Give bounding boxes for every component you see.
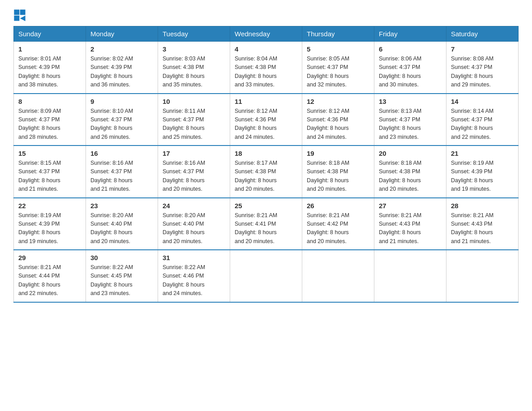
day-number: 8 [18,98,81,105]
calendar-day-cell: 29Sunrise: 8:21 AMSunset: 4:44 PMDayligh… [14,250,86,302]
day-info: Sunrise: 8:05 AMSunset: 4:37 PMDaylight:… [307,55,369,90]
day-number: 23 [90,202,153,210]
day-number: 6 [379,45,442,53]
weekday-header-monday: Monday [86,26,158,42]
day-info: Sunrise: 8:20 AMSunset: 4:40 PMDaylight:… [90,211,153,246]
day-number: 13 [379,98,442,105]
day-info: Sunrise: 8:14 AMSunset: 4:37 PMDaylight:… [451,107,514,142]
calendar-day-cell: 9Sunrise: 8:10 AMSunset: 4:37 PMDaylight… [86,94,158,146]
day-number: 21 [451,150,514,157]
day-info: Sunrise: 8:21 AMSunset: 4:44 PMDaylight:… [18,263,81,298]
calendar-day-cell: 18Sunrise: 8:17 AMSunset: 4:38 PMDayligh… [230,146,302,198]
calendar-day-cell: 13Sunrise: 8:13 AMSunset: 4:37 PMDayligh… [374,94,446,146]
day-info: Sunrise: 8:15 AMSunset: 4:37 PMDaylight:… [18,159,81,194]
day-info: Sunrise: 8:02 AMSunset: 4:39 PMDaylight:… [90,55,153,90]
day-number: 7 [451,45,514,53]
calendar-day-cell: 15Sunrise: 8:15 AMSunset: 4:37 PMDayligh… [14,146,86,198]
day-info: Sunrise: 8:10 AMSunset: 4:37 PMDaylight:… [90,107,153,142]
day-info: Sunrise: 8:18 AMSunset: 4:38 PMDaylight:… [307,159,369,194]
day-info: Sunrise: 8:09 AMSunset: 4:37 PMDaylight:… [18,107,81,142]
day-number: 3 [163,45,225,53]
day-info: Sunrise: 8:16 AMSunset: 4:37 PMDaylight:… [163,159,225,194]
page-header [13,9,519,21]
day-number: 1 [18,45,81,53]
weekday-header-wednesday: Wednesday [230,26,302,42]
day-info: Sunrise: 8:19 AMSunset: 4:39 PMDaylight:… [451,159,514,194]
day-number: 19 [307,150,369,157]
day-number: 14 [451,98,514,105]
calendar-day-cell: 6Sunrise: 8:06 AMSunset: 4:37 PMDaylight… [374,42,446,94]
day-info: Sunrise: 8:03 AMSunset: 4:38 PMDaylight:… [163,55,225,90]
day-info: Sunrise: 8:20 AMSunset: 4:40 PMDaylight:… [163,211,225,246]
calendar-day-cell: 21Sunrise: 8:19 AMSunset: 4:39 PMDayligh… [446,146,519,198]
day-number: 11 [235,98,297,105]
weekday-header-thursday: Thursday [302,26,374,42]
weekday-header-saturday: Saturday [446,26,519,42]
day-number: 5 [307,45,369,53]
day-info: Sunrise: 8:22 AMSunset: 4:46 PMDaylight:… [163,263,225,298]
day-number: 24 [163,202,225,210]
logo [13,9,28,21]
day-info: Sunrise: 8:17 AMSunset: 4:38 PMDaylight:… [235,159,297,194]
calendar-day-cell: 7Sunrise: 8:08 AMSunset: 4:37 PMDaylight… [446,42,519,94]
day-info: Sunrise: 8:21 AMSunset: 4:43 PMDaylight:… [451,211,514,246]
day-info: Sunrise: 8:04 AMSunset: 4:38 PMDaylight:… [235,55,297,90]
day-info: Sunrise: 8:21 AMSunset: 4:43 PMDaylight:… [379,211,442,246]
calendar-day-cell: 25Sunrise: 8:21 AMSunset: 4:41 PMDayligh… [230,198,302,250]
day-number: 18 [235,150,297,157]
calendar-day-cell [230,250,302,302]
calendar-day-cell: 30Sunrise: 8:22 AMSunset: 4:45 PMDayligh… [86,250,158,302]
svg-rect-2 [14,16,19,21]
day-info: Sunrise: 8:12 AMSunset: 4:36 PMDaylight:… [307,107,369,142]
day-info: Sunrise: 8:19 AMSunset: 4:39 PMDaylight:… [18,211,81,246]
calendar-week-row: 29Sunrise: 8:21 AMSunset: 4:44 PMDayligh… [14,250,519,302]
day-info: Sunrise: 8:11 AMSunset: 4:37 PMDaylight:… [163,107,225,142]
day-number: 20 [379,150,442,157]
svg-marker-3 [20,16,26,21]
day-info: Sunrise: 8:16 AMSunset: 4:37 PMDaylight:… [90,159,153,194]
calendar-day-cell: 19Sunrise: 8:18 AMSunset: 4:38 PMDayligh… [302,146,374,198]
day-number: 12 [307,98,369,105]
calendar-day-cell: 11Sunrise: 8:12 AMSunset: 4:36 PMDayligh… [230,94,302,146]
calendar-table: SundayMondayTuesdayWednesdayThursdayFrid… [13,26,519,303]
calendar-day-cell: 12Sunrise: 8:12 AMSunset: 4:36 PMDayligh… [302,94,374,146]
day-number: 17 [163,150,225,157]
calendar-day-cell: 10Sunrise: 8:11 AMSunset: 4:37 PMDayligh… [158,94,230,146]
day-number: 25 [235,202,297,210]
day-number: 16 [90,150,153,157]
day-number: 10 [163,98,225,105]
day-number: 2 [90,45,153,53]
calendar-header: SundayMondayTuesdayWednesdayThursdayFrid… [14,26,519,42]
calendar-day-cell: 16Sunrise: 8:16 AMSunset: 4:37 PMDayligh… [86,146,158,198]
calendar-day-cell: 1Sunrise: 8:01 AMSunset: 4:39 PMDaylight… [14,42,86,94]
calendar-day-cell: 24Sunrise: 8:20 AMSunset: 4:40 PMDayligh… [158,198,230,250]
calendar-day-cell: 20Sunrise: 8:18 AMSunset: 4:38 PMDayligh… [374,146,446,198]
calendar-day-cell: 4Sunrise: 8:04 AMSunset: 4:38 PMDaylight… [230,42,302,94]
calendar-day-cell: 31Sunrise: 8:22 AMSunset: 4:46 PMDayligh… [158,250,230,302]
calendar-week-row: 22Sunrise: 8:19 AMSunset: 4:39 PMDayligh… [14,198,519,250]
weekday-header-tuesday: Tuesday [158,26,230,42]
day-number: 30 [90,254,153,261]
calendar-week-row: 8Sunrise: 8:09 AMSunset: 4:37 PMDaylight… [14,94,519,146]
day-info: Sunrise: 8:21 AMSunset: 4:42 PMDaylight:… [307,211,369,246]
day-number: 29 [18,254,81,261]
day-number: 22 [18,202,81,210]
calendar-day-cell: 2Sunrise: 8:02 AMSunset: 4:39 PMDaylight… [86,42,158,94]
weekday-header-friday: Friday [374,26,446,42]
day-number: 4 [235,45,297,53]
calendar-day-cell: 14Sunrise: 8:14 AMSunset: 4:37 PMDayligh… [446,94,519,146]
day-info: Sunrise: 8:18 AMSunset: 4:38 PMDaylight:… [379,159,442,194]
day-info: Sunrise: 8:22 AMSunset: 4:45 PMDaylight:… [90,263,153,298]
calendar-day-cell: 5Sunrise: 8:05 AMSunset: 4:37 PMDaylight… [302,42,374,94]
day-number: 28 [451,202,514,210]
day-info: Sunrise: 8:13 AMSunset: 4:37 PMDaylight:… [379,107,442,142]
day-number: 27 [379,202,442,210]
day-number: 9 [90,98,153,105]
day-info: Sunrise: 8:21 AMSunset: 4:41 PMDaylight:… [235,211,297,246]
calendar-day-cell: 27Sunrise: 8:21 AMSunset: 4:43 PMDayligh… [374,198,446,250]
calendar-week-row: 15Sunrise: 8:15 AMSunset: 4:37 PMDayligh… [14,146,519,198]
logo-icon [13,9,26,21]
day-info: Sunrise: 8:06 AMSunset: 4:37 PMDaylight:… [379,55,442,90]
svg-rect-0 [14,9,19,15]
day-info: Sunrise: 8:01 AMSunset: 4:39 PMDaylight:… [18,55,81,90]
